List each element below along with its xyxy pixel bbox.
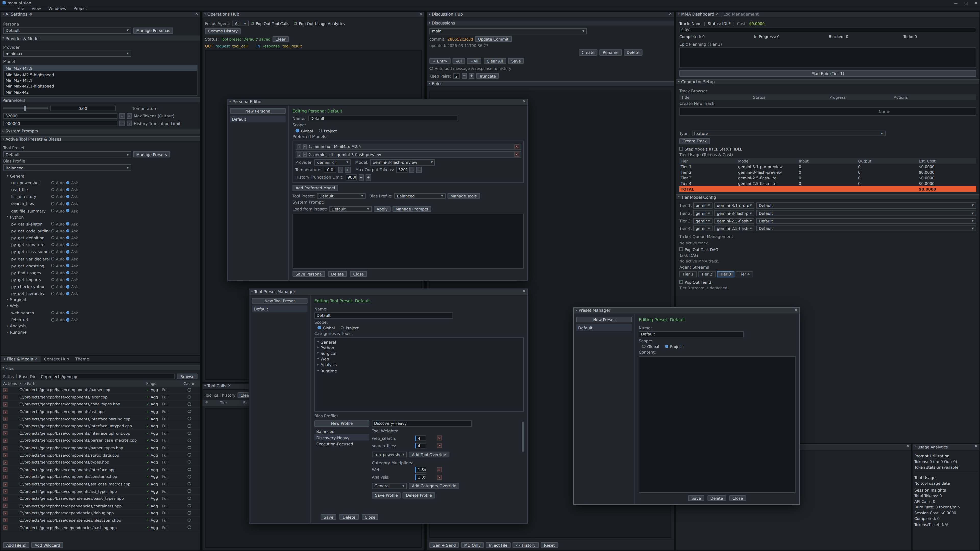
- ask-radio[interactable]: [66, 188, 69, 191]
- agg-checkbox[interactable]: [146, 526, 149, 529]
- conductor-setup-section[interactable]: Conductor Setup: [676, 79, 980, 85]
- comms-history-button[interactable]: Comms History: [205, 28, 241, 34]
- persona-select[interactable]: Default: [3, 27, 131, 33]
- ask-radio[interactable]: [66, 202, 69, 205]
- cache-indicator[interactable]: [188, 497, 191, 500]
- model-list-item[interactable]: MiniMax-M2.1: [4, 77, 197, 83]
- tier-provider-select[interactable]: gemini: [693, 218, 713, 224]
- tier-provider-select[interactable]: gemini: [693, 225, 713, 231]
- ask-radio[interactable]: [66, 285, 69, 288]
- cache-indicator[interactable]: [188, 431, 191, 435]
- tool-override-select[interactable]: run_powershell: [372, 451, 407, 457]
- agg-checkbox[interactable]: [146, 417, 149, 421]
- move-down-button[interactable]: [303, 144, 307, 149]
- agg-checkbox[interactable]: [146, 410, 149, 413]
- cache-indicator[interactable]: [188, 410, 191, 413]
- remove-file-button[interactable]: [3, 511, 7, 515]
- remove-file-button[interactable]: [3, 496, 7, 501]
- composer-button[interactable]: Inject File: [486, 542, 511, 548]
- cache-indicator[interactable]: [188, 388, 191, 391]
- files-section[interactable]: Files: [0, 365, 200, 371]
- pop-out-tool-calls-checkbox[interactable]: [250, 21, 254, 25]
- close-icon[interactable]: [716, 13, 719, 16]
- slider-handle[interactable]: [24, 106, 26, 111]
- remove-file-button[interactable]: [3, 417, 7, 421]
- preset-manager-titlebar[interactable]: Preset Manager: [574, 308, 799, 314]
- cache-indicator[interactable]: [188, 511, 191, 514]
- ask-radio[interactable]: [66, 271, 69, 274]
- close-icon[interactable]: [228, 384, 231, 388]
- discussion-toolbar-button[interactable]: Save: [508, 58, 524, 64]
- agg-checkbox[interactable]: [146, 482, 149, 486]
- auto-radio[interactable]: [51, 311, 54, 314]
- temperature-input[interactable]: 0.00: [50, 106, 116, 111]
- bias-profile-item[interactable]: Discovery-Heavy: [314, 434, 369, 440]
- save-button[interactable]: Save: [688, 495, 704, 501]
- minimize-button[interactable]: —: [954, 1, 958, 5]
- cache-indicator[interactable]: [188, 518, 191, 522]
- stream-tab[interactable]: Tier 4: [736, 271, 753, 277]
- cache-indicator[interactable]: [188, 460, 191, 464]
- create-track-button[interactable]: Create Track: [679, 138, 710, 144]
- auto-radio[interactable]: [51, 250, 54, 253]
- preset-list-item[interactable]: Default: [252, 306, 307, 313]
- remove-weight-button[interactable]: [437, 436, 442, 441]
- scope-global-radio[interactable]: [296, 129, 299, 132]
- increment-button[interactable]: [366, 174, 371, 180]
- tier-model-select[interactable]: gemini-3-flash-preview: [714, 210, 754, 216]
- tab-files-media[interactable]: Files & Media: [0, 356, 41, 362]
- max-output-input[interactable]: 32000: [396, 167, 407, 173]
- decrement-button[interactable]: [119, 113, 125, 119]
- ask-radio[interactable]: [66, 236, 69, 239]
- remove-file-button[interactable]: [3, 518, 7, 522]
- ask-radio[interactable]: [66, 318, 69, 321]
- remove-file-button[interactable]: [3, 504, 7, 508]
- full-toggle[interactable]: Full: [162, 395, 169, 399]
- full-toggle[interactable]: Full: [162, 475, 169, 479]
- tool-section-general[interactable]: General: [3, 173, 197, 179]
- auto-radio[interactable]: [51, 202, 54, 205]
- load-preset-select[interactable]: Default: [329, 206, 372, 212]
- auto-radio[interactable]: [51, 181, 54, 184]
- ask-radio[interactable]: [66, 257, 69, 260]
- model-list-item[interactable]: MiniMax-M2: [4, 89, 197, 95]
- close-dialog-button[interactable]: Close: [350, 271, 367, 277]
- ask-radio[interactable]: [66, 229, 69, 232]
- ask-radio[interactable]: [66, 278, 69, 281]
- agg-checkbox[interactable]: [146, 475, 149, 478]
- menu-item[interactable]: Windows: [45, 6, 70, 11]
- remove-file-button[interactable]: [3, 395, 7, 400]
- base-dir-input[interactable]: C:/projects/gencpp: [38, 373, 175, 379]
- new-persona-button[interactable]: New Persona: [230, 108, 286, 114]
- tool-preset-select[interactable]: Default: [3, 151, 131, 157]
- remove-file-button[interactable]: [3, 388, 7, 392]
- maximize-button[interactable]: ▢: [964, 1, 968, 5]
- apply-button[interactable]: Apply: [373, 206, 390, 212]
- remove-file-button[interactable]: [3, 460, 7, 465]
- agg-checkbox[interactable]: [146, 518, 149, 522]
- close-icon[interactable]: [35, 357, 38, 361]
- roles-section[interactable]: Roles: [427, 81, 674, 86]
- close-icon[interactable]: [195, 13, 198, 16]
- cache-indicator[interactable]: [188, 424, 191, 427]
- chevron-down-icon[interactable]: [204, 13, 206, 16]
- discussions-section[interactable]: Discussions: [427, 21, 674, 26]
- new-preset-button[interactable]: New Preset: [576, 316, 632, 322]
- close-icon[interactable]: [420, 13, 423, 16]
- move-up-button[interactable]: [297, 144, 301, 149]
- temperature-slider[interactable]: [3, 108, 48, 110]
- agg-checkbox[interactable]: [146, 489, 149, 493]
- delete-persona-button[interactable]: Delete: [328, 271, 347, 277]
- profile-name-input[interactable]: Discovery-Heavy: [372, 421, 472, 426]
- full-toggle[interactable]: Full: [162, 503, 169, 508]
- manage-presets-button[interactable]: Manage Presets: [133, 151, 170, 157]
- auto-radio[interactable]: [51, 209, 54, 212]
- chevron-right-icon[interactable]: [318, 363, 319, 366]
- rename-discussion-button[interactable]: Rename: [600, 49, 622, 55]
- discussion-toolbar-button[interactable]: + Entry: [429, 58, 450, 64]
- plan-epic-button[interactable]: Plan Epic (Tier 1): [679, 70, 976, 76]
- full-toggle[interactable]: Full: [162, 453, 169, 457]
- tool-section-analysis[interactable]: Analysis: [3, 323, 197, 329]
- increment-button[interactable]: [469, 73, 474, 79]
- cache-indicator[interactable]: [188, 504, 191, 507]
